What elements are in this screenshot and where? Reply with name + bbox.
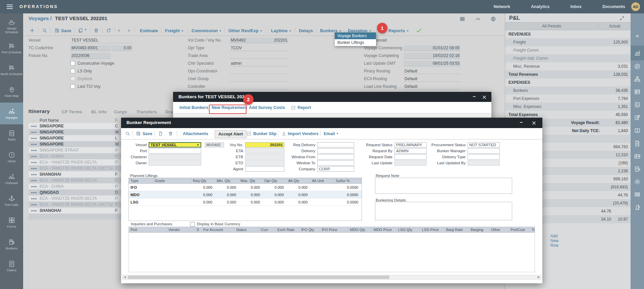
collapse-icon[interactable]: «: [631, 31, 644, 41]
delete-icon[interactable]: [168, 131, 173, 136]
window-from-field[interactable]: [317, 154, 354, 160]
breadcrumb-voyages-link[interactable]: Voyages /: [29, 15, 52, 21]
menu-commission[interactable]: Commission▼: [192, 28, 222, 33]
topnav-analytics[interactable]: Analytics: [531, 4, 550, 9]
tc-code-field[interactable]: 0.00: [111, 45, 132, 51]
menu-reports[interactable]: Reports▼: [388, 28, 409, 33]
ledger-icon[interactable]: [634, 89, 641, 95]
report-button[interactable]: Report: [298, 105, 311, 110]
eco-icon[interactable]: [634, 63, 641, 70]
tab-bl-info[interactable]: BL Info: [91, 110, 107, 114]
sidebar-item-port-calls[interactable]: Port Calls: [0, 190, 23, 212]
crane-icon[interactable]: [634, 204, 641, 211]
add-button[interactable]: [30, 28, 35, 33]
bunkering-details-input[interactable]: [375, 202, 512, 220]
new-page-icon[interactable]: [158, 131, 163, 136]
table-row[interactable]: IFO0.0000.0000.0000.0000.0000.0000: [129, 184, 362, 191]
save-icon[interactable]: [136, 131, 141, 136]
req-delivery-field[interactable]: [317, 142, 354, 148]
doc-icon[interactable]: [634, 140, 641, 147]
sidebar-item-claims[interactable]: Claims: [0, 255, 23, 277]
date-field[interactable]: 15/02/22 02:18: [404, 53, 461, 59]
import-vendors-button[interactable]: Import Vendors: [288, 131, 319, 136]
fixture-field[interactable]: 20220036: [70, 53, 111, 59]
menu-freight[interactable]: Freight▼: [165, 28, 184, 33]
idcard-icon[interactable]: [634, 153, 641, 160]
form-field[interactable]: [230, 68, 288, 74]
voy-no-field[interactable]: 202201: [259, 38, 288, 43]
vessel-field[interactable]: TEST VESSEL: [70, 38, 132, 43]
row-menu-icon[interactable]: ●●●: [29, 203, 40, 206]
scroll-left-icon[interactable]: ◀: [122, 275, 127, 279]
checkbox[interactable]: [70, 61, 75, 66]
form-field[interactable]: [230, 84, 288, 90]
request-status-field[interactable]: PRELIMINARY: [394, 142, 427, 148]
row-menu-icon[interactable]: ●●●: [29, 197, 40, 200]
row-menu-icon[interactable]: ●●●: [29, 209, 40, 212]
horizontal-scrollbar[interactable]: ◀ ▶: [122, 275, 541, 280]
sitemap-icon[interactable]: [634, 76, 641, 82]
vessel-field[interactable]: TEST VESSEL▼: [149, 142, 201, 148]
date-field[interactable]: 01/01/22 08:00: [404, 45, 461, 51]
checklist-icon[interactable]: [634, 101, 641, 108]
minimize-icon[interactable]: −: [471, 94, 478, 99]
sidebar-item-alerts[interactable]: Alerts: [0, 146, 23, 168]
prev-voyage-button[interactable]: ‹: [118, 27, 120, 33]
barcode-icon[interactable]: [634, 191, 641, 198]
voy-no--field[interactable]: 202201: [245, 142, 284, 148]
gear-icon[interactable]: [634, 178, 641, 185]
table-row[interactable]: MDO0.0000.0000.0000.0000.0000.0000: [129, 191, 362, 198]
gauge-icon[interactable]: [475, 16, 481, 22]
menu-other-rev-exp[interactable]: Other Rev/Exp▼: [228, 28, 263, 33]
request-note-input[interactable]: [375, 178, 512, 194]
pnl-period-select[interactable]: All Periods: [505, 24, 598, 28]
routing-field-2[interactable]: [431, 76, 461, 82]
row-menu-icon[interactable]: ●●●: [29, 137, 40, 140]
sidebar-item-berth-schedule[interactable]: Berth Schedule: [0, 59, 23, 81]
routing-field[interactable]: Default: [404, 84, 430, 90]
initial-bunkers-button[interactable]: Initial Bunkers: [179, 105, 208, 110]
bunker-manager-field[interactable]: [468, 148, 500, 154]
save-button[interactable]: Save: [143, 131, 152, 136]
row-menu-icon[interactable]: ●●●: [29, 155, 40, 158]
tab-cp-terms[interactable]: CP Terms: [62, 110, 82, 114]
tab-transfers[interactable]: Transfers: [137, 110, 157, 114]
deviation-menu-item-bunker-liftings[interactable]: Bunker Liftings: [335, 39, 376, 46]
row-menu-icon[interactable]: ●●●: [29, 161, 40, 164]
next-voyage-button[interactable]: ›: [128, 27, 130, 33]
save-button[interactable]: Save: [61, 28, 71, 33]
sidebar-item-tasks[interactable]: Tasks: [0, 124, 23, 146]
port-field[interactable]: [149, 148, 201, 154]
form-field[interactable]: TCOV: [230, 45, 288, 51]
row-menu-icon[interactable]: ●●●: [29, 173, 40, 176]
add-new-row-link[interactable]: Add New Row: [550, 234, 558, 248]
sidebar-item-vessel-schedule[interactable]: Vessel Schedule: [0, 15, 23, 37]
procurement-status-field[interactable]: NOT STARTED: [468, 142, 500, 148]
attachments-button[interactable]: Attachments: [183, 131, 208, 136]
sidebar-item-bunkers[interactable]: Bunkers: [0, 233, 23, 255]
sidebar-item-voyages[interactable]: Voyages: [0, 103, 23, 124]
row-menu-icon[interactable]: ●●●: [29, 149, 40, 152]
bunker-slip-button[interactable]: Bunker Slip: [253, 131, 276, 136]
tc-code-field[interactable]: MV0492-I0001: [70, 45, 111, 51]
search-icon[interactable]: [125, 131, 130, 136]
agent-field[interactable]: [245, 166, 284, 172]
row-menu-icon[interactable]: ●●●: [29, 125, 40, 128]
routing-field-2[interactable]: [431, 68, 461, 74]
row-menu-icon[interactable]: ●●●: [29, 167, 40, 170]
add-survey-costs-button[interactable]: Add Survey Costs: [249, 105, 285, 110]
checkbox[interactable]: [70, 84, 75, 89]
compose-icon[interactable]: [634, 114, 641, 121]
sidebar-item-fleet-map[interactable]: Fleet Map: [0, 81, 23, 103]
row-menu-icon[interactable]: ●●●: [29, 143, 40, 146]
delivery-field[interactable]: [317, 148, 354, 154]
menu-delays[interactable]: Delays: [299, 28, 313, 33]
tab-cargo[interactable]: Cargo: [114, 110, 127, 114]
checkbox[interactable]: [70, 69, 75, 73]
save-icon[interactable]: [54, 28, 60, 33]
close-icon[interactable]: [530, 121, 538, 125]
routing-field[interactable]: Default: [404, 68, 430, 74]
form-field[interactable]: admin: [230, 61, 288, 66]
globe-icon[interactable]: [490, 16, 496, 22]
accept-alert-button[interactable]: Accept Alert: [215, 130, 247, 138]
